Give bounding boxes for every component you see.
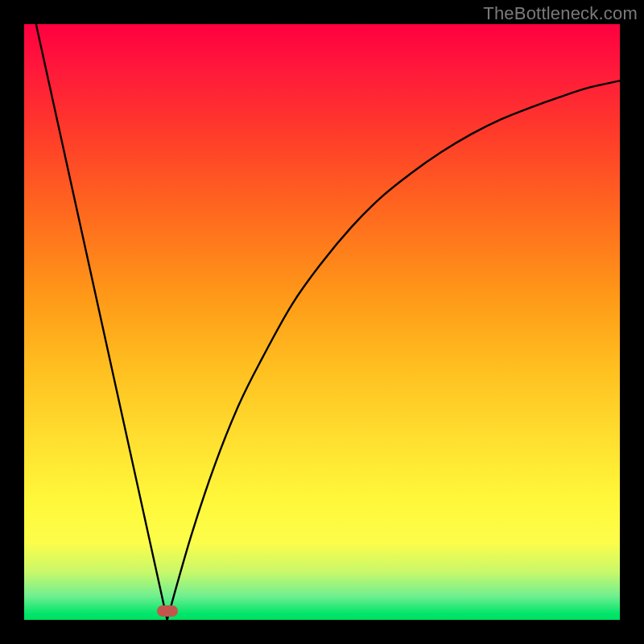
watermark-text: TheBottleneck.com	[483, 3, 638, 24]
curve-svg	[24, 24, 620, 620]
plot-area	[24, 24, 620, 620]
minimum-marker	[157, 605, 178, 617]
curve-right-segment	[167, 80, 620, 620]
chart-frame: TheBottleneck.com	[0, 0, 644, 644]
curve-left-segment	[36, 24, 167, 620]
